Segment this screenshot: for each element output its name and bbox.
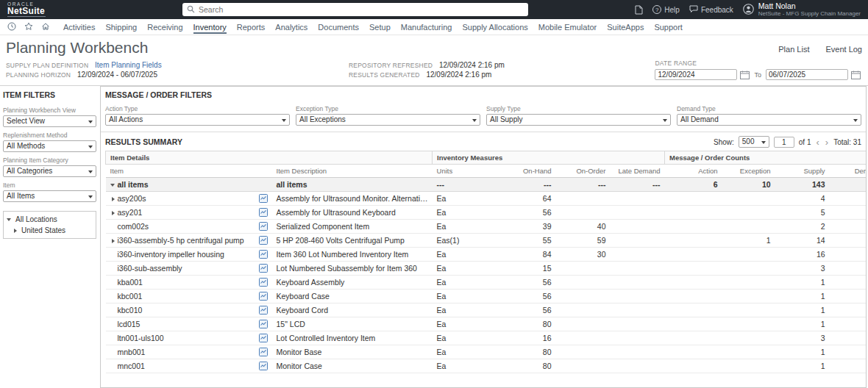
nav-item-manufacturing[interactable]: Manufacturing <box>401 20 452 34</box>
item-name-link[interactable]: ltn001-uls100 <box>118 334 164 342</box>
help-button[interactable]: Help <box>652 5 680 14</box>
nav-item-documents[interactable]: Documents <box>318 20 359 34</box>
nav-item-supply-allocations[interactable]: Supply Allocations <box>462 20 527 34</box>
view-item-plan-icon[interactable] <box>259 320 268 328</box>
item-select[interactable]: All Items <box>3 190 96 202</box>
planning-workbench-view-select[interactable]: Select View <box>3 115 96 127</box>
nav-item-receiving[interactable]: Receiving <box>147 20 182 34</box>
date-from-input[interactable] <box>655 69 737 80</box>
view-item-plan-icon[interactable] <box>259 348 268 356</box>
view-item-plan-icon[interactable] <box>259 306 268 315</box>
table-row-ltn001-uls100[interactable]: ltn001-uls100 Lot Controlled Inventory I… <box>106 331 867 345</box>
table-row-kbc001[interactable]: kbc001 Keyboard Case Ea 56 1 4 <box>106 290 867 303</box>
feedback-button[interactable]: Feedback <box>689 5 733 15</box>
column-header-item[interactable]: Item <box>106 165 272 178</box>
item-name-link[interactable]: asy200s <box>118 194 146 203</box>
nav-item-setup[interactable]: Setup <box>369 20 391 34</box>
item-name-link[interactable]: mnc001 <box>118 362 145 370</box>
view-item-plan-icon[interactable] <box>259 278 268 287</box>
date-to-input[interactable] <box>766 69 848 80</box>
global-search[interactable] <box>182 3 528 16</box>
location-united-states[interactable]: United States <box>5 225 94 236</box>
expand-row-icon[interactable] <box>110 182 116 188</box>
column-header-units[interactable]: Units <box>433 165 503 178</box>
item-name-link[interactable]: i360-sub-assembly <box>118 264 182 273</box>
event-log-button[interactable]: Event Log <box>825 45 862 54</box>
item-name-link[interactable]: asy201 <box>118 208 143 217</box>
table-row-kba001[interactable]: kba001 Keyboard Assembly Ea 56 1 4 <box>106 276 867 290</box>
view-item-plan-icon[interactable] <box>259 362 268 370</box>
item-name-link[interactable]: kbc001 <box>118 292 143 301</box>
item-name-link[interactable]: kba001 <box>118 278 143 287</box>
view-item-plan-icon[interactable] <box>259 250 268 259</box>
nav-item-activities[interactable]: Activities <box>63 20 95 34</box>
expand-icon[interactable] <box>13 228 18 234</box>
demand-type-select[interactable]: All Demand <box>677 114 861 126</box>
table-row-i360-inventory-impeller-housing[interactable]: i360-inventory impeller housing Item 360… <box>106 248 867 262</box>
view-item-plan-icon[interactable] <box>259 334 268 342</box>
view-item-plan-icon[interactable] <box>259 236 268 245</box>
item-name-link[interactable]: i360-inventory impeller housing <box>118 250 224 259</box>
item-name-link[interactable]: mnb001 <box>118 348 146 356</box>
item-name-link[interactable]: com002s <box>118 222 149 231</box>
view-item-plan-icon[interactable] <box>259 194 268 203</box>
view-item-plan-icon[interactable] <box>259 264 268 273</box>
page-size-select[interactable]: 500 <box>739 136 769 148</box>
supply-type-select[interactable]: All Supply <box>486 114 671 126</box>
location-all-locations[interactable]: All Locations <box>5 214 94 225</box>
nav-item-shipping[interactable]: Shipping <box>105 20 137 34</box>
planning-item-category-select[interactable]: All Categories <box>3 165 96 177</box>
previous-page-icon[interactable]: ‹ <box>816 137 820 147</box>
table-row-asy201[interactable]: asy201 Assembly for Ultrasound Keyboard … <box>106 206 867 220</box>
column-header-exception[interactable]: Exception <box>722 165 775 178</box>
column-header-demand[interactable]: Demand <box>830 165 867 178</box>
summary-row-all-items[interactable]: all items all items --- --- --- --- 6 10… <box>106 178 867 192</box>
nav-item-suiteapps[interactable]: SuiteApps <box>607 20 644 34</box>
shortcuts-star-icon[interactable] <box>24 22 33 32</box>
expand-row-icon[interactable] <box>110 210 116 216</box>
nav-item-reports[interactable]: Reports <box>237 20 266 34</box>
table-row-lcd015[interactable]: lcd015 15" LCD Ea 80 1 3 <box>106 317 867 331</box>
item-name-link[interactable]: lcd015 <box>118 320 140 328</box>
recents-icon[interactable] <box>7 22 16 32</box>
action-type-select[interactable]: All Actions <box>105 114 290 126</box>
home-icon[interactable] <box>41 22 50 32</box>
document-icon[interactable] <box>635 5 643 15</box>
page-number-input[interactable] <box>774 137 794 148</box>
user-menu[interactable]: Matt Nolan NetSuite - MFG Supply Chain M… <box>743 1 861 17</box>
table-row-i360-sub-assembly[interactable]: i360-sub-assembly Lot Numbered Subassemb… <box>106 262 867 276</box>
collapse-icon[interactable] <box>7 217 13 223</box>
item-name-link[interactable]: kbc010 <box>118 306 143 315</box>
table-row-asy200s[interactable]: asy200s Assembly for Ultrasound Monitor.… <box>106 192 867 206</box>
column-header-supply[interactable]: Supply <box>775 165 830 178</box>
exception-type-select[interactable]: All Exceptions <box>296 114 480 126</box>
next-page-icon[interactable]: › <box>825 137 829 147</box>
table-row-kbc010[interactable]: kbc010 Keyboard Cord Ea 56 1 4 <box>106 303 867 317</box>
item-name-link[interactable]: all items <box>118 180 149 189</box>
item-name-link[interactable]: i360-assembly-5 hp centrifugal pump <box>118 236 244 245</box>
supply-plan-definition-link[interactable]: Item Planning Fields <box>95 61 162 69</box>
nav-item-inventory[interactable]: Inventory <box>193 20 227 34</box>
replenishment-method-select[interactable]: All Methods <box>3 140 96 152</box>
search-input[interactable] <box>199 5 524 14</box>
column-header-late-demand[interactable]: Late Demand <box>611 165 665 178</box>
expand-row-icon[interactable] <box>110 238 116 244</box>
column-header-action[interactable]: Action <box>665 165 722 178</box>
date-to-calendar-icon[interactable] <box>851 71 861 79</box>
view-item-plan-icon[interactable] <box>259 208 268 217</box>
view-item-plan-icon[interactable] <box>259 222 268 231</box>
plan-list-button[interactable]: Plan List <box>778 45 809 54</box>
date-from-calendar-icon[interactable] <box>740 71 750 79</box>
netsuite-logo[interactable]: ORACLE NetSuite <box>7 2 182 18</box>
column-header-on-hand[interactable]: On-Hand <box>503 165 556 178</box>
table-row-i360-assembly-5-hp-centrifugal-pump[interactable]: i360-assembly-5 hp centrifugal pump 5 HP… <box>106 234 867 248</box>
table-row-mnb001[interactable]: mnb001 Monitor Base Ea 80 1 3 <box>106 345 867 359</box>
column-header-on-order[interactable]: On-Order <box>556 165 611 178</box>
nav-item-analytics[interactable]: Analytics <box>275 20 307 34</box>
nav-item-support[interactable]: Support <box>654 20 683 34</box>
column-header-item-description[interactable]: Item Description <box>272 165 433 178</box>
view-item-plan-icon[interactable] <box>259 292 268 301</box>
table-row-mnc001[interactable]: mnc001 Monitor Case Ea 80 1 3 <box>106 359 867 373</box>
table-row-com002s[interactable]: com002s Serialized Component Item Ea 39 … <box>106 220 867 234</box>
nav-item-mobile-emulator[interactable]: Mobile Emulator <box>538 20 597 34</box>
